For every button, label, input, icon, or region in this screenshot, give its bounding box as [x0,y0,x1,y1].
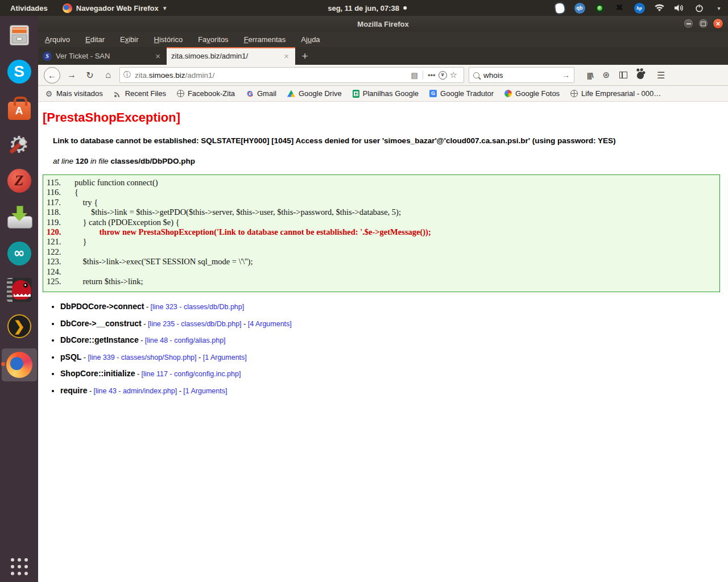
dock-item-video-editor[interactable] [3,276,35,304]
stack-link[interactable]: [line 235 - classes/db/Db.php] [148,320,242,328]
toolbar-icons: |||\ ⊛ ☰ [587,70,665,81]
bookmark-label: Facebook-Zita [188,89,235,98]
bookmark-google-drive[interactable]: Google Drive [287,89,342,98]
reload-button[interactable]: ↻ [83,70,97,81]
menu-ferramentas[interactable]: Ferramentas [244,35,286,44]
code-line: 115.public function connect() [47,178,719,188]
bookmark-recent-files[interactable]: Recent Files [114,89,166,98]
menu-arquivo[interactable]: Arquivo [45,35,70,44]
sidebar-icon[interactable] [619,72,627,78]
dock-item-arduino[interactable]: ∞ [3,239,35,268]
in-file-label: in file [90,157,109,165]
home-button[interactable]: ⌂ [101,70,115,80]
stack-link[interactable]: [1 Arguments] [183,387,227,395]
activities-button[interactable]: Atividades [0,4,58,13]
show-applications-button[interactable] [11,558,28,575]
menu-hist-rico[interactable]: Histórico [154,35,183,44]
page-content: [PrestaShopException] Link to database c… [38,102,728,582]
tab-close-icon[interactable]: × [154,51,162,61]
bookmark-facebook-zita[interactable]: Facebook-Zita [177,89,235,98]
code-line: 122. [47,247,719,257]
chevron-down-icon[interactable]: ▾ [713,2,725,14]
dock-item-system-settings[interactable]: ⚙ [3,130,35,159]
volume-icon[interactable] [673,2,685,14]
code-text: { [75,188,78,197]
dock-item-downloads[interactable] [3,203,35,231]
plex-icon: ❯ [7,314,31,338]
maximize-button[interactable] [698,18,709,29]
firefox-icon [6,352,32,378]
stack-link[interactable]: [line 339 - classes/shop/Shop.php] [88,354,196,361]
stack-link[interactable]: [line 48 - config/alias.php] [145,336,226,344]
dock-item-skype[interactable]: S [3,57,35,86]
code-text: try { [75,198,98,207]
bookmark-google-tradutor[interactable]: Google Tradutor [429,89,494,98]
line-number: 122. [47,247,75,257]
menu-favoritos[interactable]: Favoritos [198,35,228,44]
code-line: 118. $this->link = $this->getPDO($this->… [47,207,719,217]
notes-tray-icon[interactable] [554,2,565,14]
menu-exibir[interactable]: Exibir [120,35,139,44]
dock: S A ⚙ Z ∞ ❯ [0,16,38,582]
tab-zita-simoes-admin[interactable]: zita.simoes.biz/admin1/ × [167,47,295,65]
dock-item-software-center[interactable]: A [3,94,35,122]
back-button[interactable]: ← [44,67,60,84]
stack-link[interactable]: [line 43 - admin/index.php] [94,387,177,395]
url-bar[interactable]: ⓘ zita.simoes.biz/admin1/ ▤ ••• ∨ ☆ [119,67,464,83]
library-icon[interactable]: |||\ [587,71,593,80]
qbittorrent-tray-icon[interactable]: qb [574,2,585,14]
tab-ver-ticket-san[interactable]: S Ver Ticket - SAN × [38,47,167,65]
exception-heading: [PrestaShopException] [43,110,180,125]
gnome-foot-icon[interactable] [636,70,645,80]
bookmark-life-empresarial-000[interactable]: Life Empresarial - 000… [570,89,661,98]
minimize-button[interactable] [683,18,694,29]
forward-button[interactable]: → [65,70,78,80]
site-info-icon[interactable]: ⓘ [123,70,131,80]
bookmark-google-fotos[interactable]: Google Fotos [504,89,560,98]
stack-frame: ShopCore::initialize - [line 117 - confi… [60,369,292,378]
pocket-icon[interactable]: ∨ [439,71,447,80]
function-name: ShopCore::initialize [60,369,135,378]
clock[interactable]: seg, 11 de jun, 07:38 [328,0,407,16]
extension-wheel-icon[interactable]: ⊛ [603,70,610,80]
wifi-icon[interactable] [653,2,665,14]
bookmark-star-icon[interactable]: ☆ [447,70,460,80]
page-actions-icon[interactable]: ••• [425,71,439,80]
app-menu-label: Navegador Web Firefox [76,4,159,13]
search-go-icon[interactable]: → [562,70,570,80]
close-button[interactable]: × [713,18,723,29]
hp-tray-icon[interactable]: hp [634,2,645,14]
stack-link[interactable]: [1 Arguments] [203,354,247,361]
reader-mode-icon[interactable]: ▤ [408,71,421,80]
bookmark-gmail[interactable]: Gmail [246,89,276,98]
dock-item-plex[interactable]: ❯ [3,312,35,340]
separator: - [197,354,203,361]
bookmark-mais-visitados[interactable]: Mais visitados [45,89,103,98]
search-bar[interactable]: whois → [469,67,574,83]
window-titlebar[interactable]: Mozilla Firefox × [38,16,728,32]
dock-item-red-script-app[interactable]: Z [3,167,35,195]
stack-link[interactable]: [line 117 - config/config.inc.php] [142,370,241,378]
stack-link[interactable]: [line 323 - classes/db/Db.php] [151,303,245,311]
x-app-tray-icon[interactable]: ✖ [614,2,625,14]
status-green-tray-icon[interactable] [594,2,605,14]
code-text: $this->link = $this->getPDO($this->serve… [75,207,401,217]
app-menu[interactable]: Navegador Web Firefox ▼ [58,3,168,13]
file-cabinet-icon [7,23,32,48]
tab-close-icon[interactable]: × [282,51,291,61]
new-tab-button[interactable]: + [295,47,315,65]
code-text: return $this->link; [75,277,143,286]
stack-link[interactable]: [4 Arguments] [248,320,292,328]
bookmark-planilhas-google[interactable]: Planilhas Google [353,89,419,98]
separator: - [144,303,150,311]
code-line: 119. } catch (PDOException $e) { [47,218,719,227]
menu-hamburger-icon[interactable]: ☰ [657,70,665,81]
firefox-window: Mozilla Firefox × ArquivoEditarExibirHis… [38,16,728,582]
menu-ajuda[interactable]: Ajuda [301,35,320,44]
dock-item-firefox[interactable] [2,348,37,381]
dock-item-file-cabinet[interactable] [3,21,35,49]
menu-editar[interactable]: Editar [85,35,105,44]
chevron-down-icon: ▼ [162,5,168,11]
power-icon[interactable] [693,2,705,14]
gear-icon [45,90,53,98]
